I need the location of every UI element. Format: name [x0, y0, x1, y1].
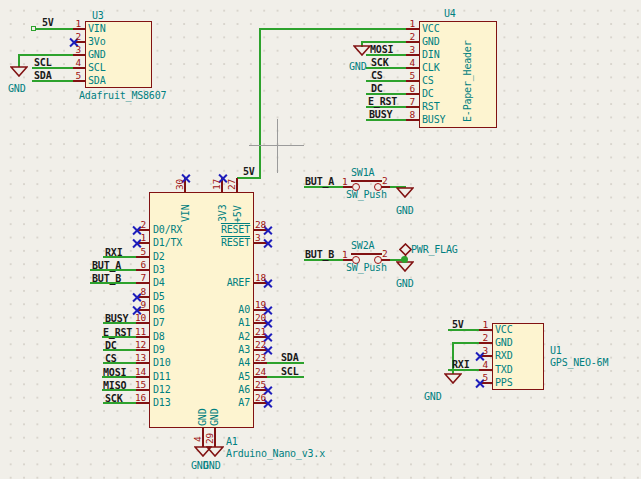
- u3-pin-name: SCL: [88, 62, 105, 73]
- wire-u3-5v[interactable]: [36, 28, 73, 30]
- ard-pin-number: 30: [174, 179, 185, 190]
- gnd-symbol-sw1[interactable]: [396, 187, 414, 198]
- u3-pin-name: GND: [88, 49, 105, 60]
- ard-pin-number: 22: [255, 339, 266, 350]
- gnd-symbol-u4[interactable]: [353, 45, 371, 56]
- gnd-symbol-u1[interactable]: [444, 373, 462, 384]
- ard-pin-name: AREF: [195, 277, 250, 288]
- u1-pin-name: TXD: [495, 364, 512, 375]
- net-label-sck-u4[interactable]: SCK: [371, 57, 388, 68]
- net-label-busy[interactable]: BUSY: [105, 313, 128, 324]
- pwr-flag-label[interactable]: PWR_FLAG: [411, 244, 458, 255]
- arduino-value[interactable]: Arduino_Nano_v3.x: [226, 448, 325, 459]
- no-connect-ard-reset2[interactable]: [262, 238, 272, 248]
- ard-pin-name: D3: [153, 264, 165, 275]
- u1-reference[interactable]: U1: [550, 345, 562, 356]
- net-label-cs-u4[interactable]: CS: [371, 70, 383, 81]
- ard-pin-number: 8: [133, 286, 146, 297]
- ard-pin-number: 18: [255, 272, 266, 283]
- ard-pin-number: 1: [133, 232, 146, 243]
- wire-u1-gnd-h[interactable]: [452, 342, 479, 344]
- ard-pin-name: D13: [153, 397, 170, 408]
- ard-pin-number: 3: [255, 232, 261, 243]
- net-label-dc-u4[interactable]: DC: [371, 83, 383, 94]
- ard-pin-name: D9: [153, 344, 165, 355]
- pin-sw1-2[interactable]: [381, 186, 390, 188]
- u1-pin-number: 2: [477, 332, 488, 343]
- ard-pin-number: 26: [255, 392, 266, 403]
- net-label-dc[interactable]: DC: [105, 340, 117, 351]
- net-label-scl-u3[interactable]: SCL: [34, 57, 51, 68]
- gnd-symbol-u3[interactable]: [10, 66, 28, 77]
- ard-pin-name: D4: [153, 277, 165, 288]
- u3-pin-name: VIN: [88, 23, 105, 34]
- net-label-5v-u1[interactable]: 5V: [452, 319, 464, 330]
- sw1-contact-bar[interactable]: [351, 180, 382, 182]
- ard-pin-name: A5: [195, 371, 250, 382]
- cursor-crosshair-v: [277, 119, 278, 173]
- net-label-sck[interactable]: SCK: [105, 393, 122, 404]
- ard-pin-number: 21: [255, 326, 266, 337]
- sw2-reference[interactable]: SW2A: [351, 240, 374, 251]
- u1-pin-name: PPS: [495, 377, 512, 388]
- ard-pin-number: 23: [255, 352, 266, 363]
- net-label-rxi-u1[interactable]: RXI: [452, 359, 469, 370]
- net-label-but-b-sw2[interactable]: BUT_B: [305, 249, 334, 260]
- net-label-mosi[interactable]: MOSI: [103, 367, 126, 378]
- ard-pin-number: 12: [133, 339, 146, 350]
- u3-pin-number: 2: [70, 31, 81, 42]
- net-label-rxi[interactable]: RXI: [105, 247, 122, 258]
- ard-pin-name-+5v: +5V: [232, 206, 243, 223]
- u1-pin-name: GND: [495, 337, 512, 348]
- wire-u4-gnd[interactable]: [362, 41, 406, 43]
- u4-value[interactable]: E-Paper_Header: [462, 41, 473, 123]
- net-label-sda-arduino[interactable]: SDA: [281, 352, 298, 363]
- schematic-canvas[interactable]: U3 Adafruit_MS8607 VIN 3Vo GND SCL SDA 1…: [0, 0, 641, 479]
- ard-pin-name: A2: [195, 331, 250, 342]
- sw2-contact-bar[interactable]: [351, 253, 382, 255]
- wire-u4-vcc-h[interactable]: [260, 28, 406, 30]
- net-label-busy-u4[interactable]: BUSY: [369, 109, 392, 120]
- net-label-5v-u3[interactable]: 5V: [42, 17, 54, 28]
- net-label-cs[interactable]: CS: [105, 353, 117, 364]
- net-label-but-b[interactable]: BUT_B: [92, 273, 121, 284]
- ard-pin-number: 27: [226, 179, 237, 190]
- gnd-symbol-arduino-2[interactable]: [206, 446, 224, 457]
- ard-pin-name: D7: [153, 317, 165, 328]
- sw2-pin-number: 1: [342, 249, 348, 260]
- u1-value[interactable]: GPS_NEO-6M: [550, 357, 608, 368]
- pin-sw2-2[interactable]: [381, 259, 390, 261]
- net-label-miso[interactable]: MISO: [103, 380, 126, 391]
- net-label-mosi-u4[interactable]: MOSI: [370, 44, 393, 55]
- u3-value[interactable]: Adafruit_MS8607: [79, 90, 166, 101]
- net-label-5v-arduino[interactable]: 5V: [243, 166, 255, 177]
- sw2-value[interactable]: SW_Push: [346, 262, 387, 273]
- ard-pin-name: D6: [153, 304, 165, 315]
- sw1-reference[interactable]: SW1A: [351, 167, 374, 178]
- arduino-reference[interactable]: A1: [226, 436, 238, 447]
- u4-pin-number: 1: [404, 18, 415, 29]
- u4-pin-name: CLK: [422, 62, 439, 73]
- gnd-label-u4: GND: [349, 61, 366, 72]
- u3-reference[interactable]: U3: [92, 10, 104, 21]
- u4-pin-number: 7: [404, 96, 415, 107]
- wire-u3-gnd-h[interactable]: [19, 54, 73, 56]
- ard-pin-number: 4: [192, 436, 203, 442]
- u4-pin-number: 5: [404, 70, 415, 81]
- u4-reference[interactable]: U4: [444, 8, 456, 19]
- ard-pin-number: 16: [133, 392, 146, 403]
- ard-pin-name: D5: [153, 291, 165, 302]
- net-label-scl-arduino[interactable]: SCL: [281, 366, 298, 377]
- net-label-but-a[interactable]: BUT_A: [92, 260, 121, 271]
- net-label-e-rst[interactable]: E_RST: [103, 327, 132, 338]
- ard-pin-name: A4: [195, 357, 250, 368]
- ard-pin-name-vin: VIN: [180, 205, 191, 222]
- wire-5v-to-arduino[interactable]: [237, 177, 261, 179]
- sw1-value[interactable]: SW_Push: [346, 189, 387, 200]
- net-label-but-a-sw1[interactable]: BUT_A: [305, 176, 334, 187]
- net-label-e-rst-u4[interactable]: E_RST: [368, 96, 397, 107]
- net-label-sda-u3[interactable]: SDA: [34, 70, 51, 81]
- u4-pin-name: DC: [422, 88, 434, 99]
- wire-u4-vcc-v[interactable]: [259, 28, 261, 178]
- u3-pin-number: 1: [70, 18, 81, 29]
